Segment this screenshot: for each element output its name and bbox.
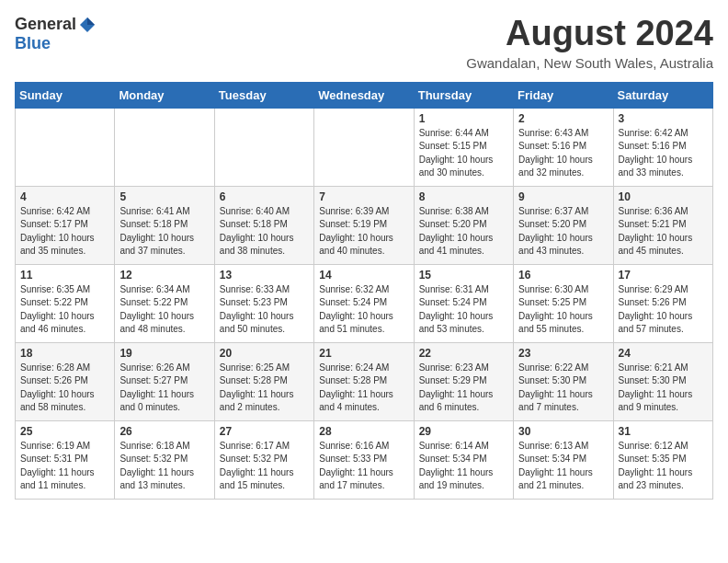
calendar-cell: [16, 108, 115, 186]
day-number: 20: [220, 347, 309, 360]
header-thursday: Thursday: [414, 82, 513, 108]
calendar-cell: [115, 108, 214, 186]
calendar-cell: 29Sunrise: 6:14 AMSunset: 5:34 PMDayligh…: [414, 420, 513, 499]
calendar-cell: 4Sunrise: 6:42 AMSunset: 5:17 PMDaylight…: [16, 186, 115, 264]
day-info: Sunrise: 6:25 AMSunset: 5:28 PMDaylight:…: [220, 362, 309, 415]
calendar-cell: 16Sunrise: 6:30 AMSunset: 5:25 PMDayligh…: [514, 264, 613, 342]
header-saturday: Saturday: [613, 82, 712, 108]
day-number: 19: [119, 347, 209, 360]
calendar-cell: 28Sunrise: 6:16 AMSunset: 5:33 PMDayligh…: [314, 420, 414, 499]
day-number: 23: [518, 347, 608, 360]
day-info: Sunrise: 6:28 AMSunset: 5:26 PMDaylight:…: [20, 362, 109, 415]
day-number: 8: [419, 190, 508, 203]
day-info: Sunrise: 6:43 AMSunset: 5:16 PMDaylight:…: [518, 127, 608, 180]
day-number: 24: [619, 347, 708, 360]
page-header: General Blue August 2024 Gwandalan, New …: [15, 15, 713, 71]
day-number: 3: [619, 112, 708, 125]
day-number: 16: [518, 269, 608, 282]
day-number: 7: [319, 190, 408, 203]
day-number: 11: [20, 269, 109, 282]
svg-marker-1: [87, 17, 95, 25]
calendar-cell: 31Sunrise: 6:12 AMSunset: 5:35 PMDayligh…: [613, 420, 712, 499]
day-info: Sunrise: 6:18 AMSunset: 5:32 PMDaylight:…: [119, 440, 209, 493]
header-friday: Friday: [514, 82, 613, 108]
day-info: Sunrise: 6:35 AMSunset: 5:22 PMDaylight:…: [20, 283, 109, 337]
day-info: Sunrise: 6:31 AMSunset: 5:24 PMDaylight:…: [419, 283, 508, 337]
calendar-cell: 21Sunrise: 6:24 AMSunset: 5:28 PMDayligh…: [314, 342, 414, 420]
calendar-cell: 25Sunrise: 6:19 AMSunset: 5:31 PMDayligh…: [16, 420, 115, 499]
logo-blue-text: Blue: [15, 34, 51, 53]
calendar-cell: 19Sunrise: 6:26 AMSunset: 5:27 PMDayligh…: [115, 342, 214, 420]
calendar-cell: 11Sunrise: 6:35 AMSunset: 5:22 PMDayligh…: [16, 264, 115, 342]
title-area: August 2024 Gwandalan, New South Wales, …: [466, 15, 713, 71]
day-info: Sunrise: 6:17 AMSunset: 5:32 PMDaylight:…: [220, 440, 309, 493]
calendar-cell: 23Sunrise: 6:22 AMSunset: 5:30 PMDayligh…: [514, 342, 613, 420]
calendar-cell: 3Sunrise: 6:42 AMSunset: 5:16 PMDaylight…: [613, 108, 712, 186]
day-info: Sunrise: 6:39 AMSunset: 5:19 PMDaylight:…: [319, 205, 408, 259]
day-info: Sunrise: 6:32 AMSunset: 5:24 PMDaylight:…: [319, 283, 408, 337]
day-info: Sunrise: 6:42 AMSunset: 5:16 PMDaylight:…: [619, 127, 708, 180]
day-number: 17: [619, 269, 708, 282]
calendar-table: SundayMondayTuesdayWednesdayThursdayFrid…: [15, 82, 713, 500]
day-info: Sunrise: 6:42 AMSunset: 5:17 PMDaylight:…: [20, 205, 109, 259]
day-number: 5: [119, 190, 209, 203]
day-number: 21: [319, 347, 408, 360]
day-number: 26: [119, 425, 209, 438]
day-number: 18: [20, 347, 109, 360]
header-monday: Monday: [115, 82, 214, 108]
calendar-cell: 30Sunrise: 6:13 AMSunset: 5:34 PMDayligh…: [514, 420, 613, 499]
day-info: Sunrise: 6:37 AMSunset: 5:20 PMDaylight:…: [518, 205, 608, 259]
day-info: Sunrise: 6:23 AMSunset: 5:29 PMDaylight:…: [419, 362, 508, 415]
day-number: 2: [518, 112, 608, 125]
calendar-cell: 1Sunrise: 6:44 AMSunset: 5:15 PMDaylight…: [414, 108, 513, 186]
day-number: 10: [619, 190, 708, 203]
calendar-cell: 27Sunrise: 6:17 AMSunset: 5:32 PMDayligh…: [214, 420, 313, 499]
calendar-week-3: 11Sunrise: 6:35 AMSunset: 5:22 PMDayligh…: [16, 264, 713, 342]
calendar-week-1: 1Sunrise: 6:44 AMSunset: 5:15 PMDaylight…: [16, 108, 713, 186]
day-info: Sunrise: 6:19 AMSunset: 5:31 PMDaylight:…: [20, 440, 109, 493]
day-number: 25: [20, 425, 109, 438]
day-number: 29: [419, 425, 508, 438]
calendar-cell: 2Sunrise: 6:43 AMSunset: 5:16 PMDaylight…: [514, 108, 613, 186]
calendar-cell: 12Sunrise: 6:34 AMSunset: 5:22 PMDayligh…: [115, 264, 214, 342]
calendar-cell: 14Sunrise: 6:32 AMSunset: 5:24 PMDayligh…: [314, 264, 414, 342]
day-number: 14: [319, 269, 408, 282]
calendar-cell: 17Sunrise: 6:29 AMSunset: 5:26 PMDayligh…: [613, 264, 712, 342]
logo-general-text: General: [15, 15, 76, 34]
header-wednesday: Wednesday: [314, 82, 414, 108]
day-number: 15: [419, 269, 508, 282]
calendar-cell: 9Sunrise: 6:37 AMSunset: 5:20 PMDaylight…: [514, 186, 613, 264]
calendar-cell: 7Sunrise: 6:39 AMSunset: 5:19 PMDaylight…: [314, 186, 414, 264]
calendar-cell: 22Sunrise: 6:23 AMSunset: 5:29 PMDayligh…: [414, 342, 513, 420]
day-number: 27: [220, 425, 309, 438]
day-info: Sunrise: 6:26 AMSunset: 5:27 PMDaylight:…: [119, 362, 209, 415]
day-number: 28: [319, 425, 408, 438]
day-info: Sunrise: 6:22 AMSunset: 5:30 PMDaylight:…: [518, 362, 608, 415]
day-number: 6: [220, 190, 309, 203]
calendar-cell: [214, 108, 313, 186]
calendar-cell: 18Sunrise: 6:28 AMSunset: 5:26 PMDayligh…: [16, 342, 115, 420]
day-info: Sunrise: 6:21 AMSunset: 5:30 PMDaylight:…: [619, 362, 708, 415]
day-info: Sunrise: 6:44 AMSunset: 5:15 PMDaylight:…: [419, 127, 508, 180]
header-sunday: Sunday: [16, 82, 115, 108]
day-info: Sunrise: 6:29 AMSunset: 5:26 PMDaylight:…: [619, 283, 708, 337]
calendar-cell: 10Sunrise: 6:36 AMSunset: 5:21 PMDayligh…: [613, 186, 712, 264]
calendar-cell: 13Sunrise: 6:33 AMSunset: 5:23 PMDayligh…: [214, 264, 313, 342]
day-number: 30: [518, 425, 608, 438]
calendar-cell: 6Sunrise: 6:40 AMSunset: 5:18 PMDaylight…: [214, 186, 313, 264]
day-info: Sunrise: 6:38 AMSunset: 5:20 PMDaylight:…: [419, 205, 508, 259]
calendar-cell: 24Sunrise: 6:21 AMSunset: 5:30 PMDayligh…: [613, 342, 712, 420]
day-info: Sunrise: 6:36 AMSunset: 5:21 PMDaylight:…: [619, 205, 708, 259]
calendar-week-5: 25Sunrise: 6:19 AMSunset: 5:31 PMDayligh…: [16, 420, 713, 499]
day-info: Sunrise: 6:12 AMSunset: 5:35 PMDaylight:…: [619, 440, 708, 493]
day-info: Sunrise: 6:34 AMSunset: 5:22 PMDaylight:…: [119, 283, 209, 337]
calendar-cell: 15Sunrise: 6:31 AMSunset: 5:24 PMDayligh…: [414, 264, 513, 342]
day-info: Sunrise: 6:33 AMSunset: 5:23 PMDaylight:…: [220, 283, 309, 337]
logo-icon: [78, 16, 97, 34]
calendar-cell: 5Sunrise: 6:41 AMSunset: 5:18 PMDaylight…: [115, 186, 214, 264]
day-info: Sunrise: 6:13 AMSunset: 5:34 PMDaylight:…: [518, 440, 608, 493]
calendar-week-4: 18Sunrise: 6:28 AMSunset: 5:26 PMDayligh…: [16, 342, 713, 420]
calendar-header-row: SundayMondayTuesdayWednesdayThursdayFrid…: [16, 82, 713, 108]
day-info: Sunrise: 6:40 AMSunset: 5:18 PMDaylight:…: [220, 205, 309, 259]
day-info: Sunrise: 6:30 AMSunset: 5:25 PMDaylight:…: [518, 283, 608, 337]
